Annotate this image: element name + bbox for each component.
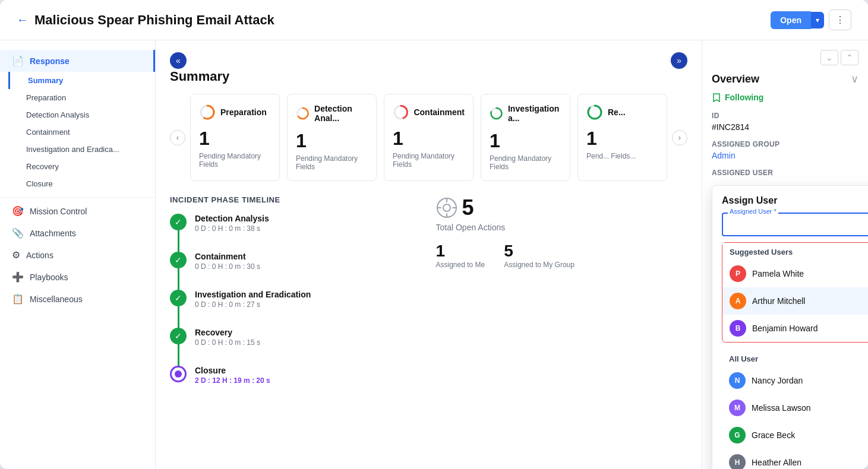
benjamin-avatar: B — [730, 320, 746, 337]
timeline-line-detection: ✓ — [170, 214, 187, 252]
assigned-group-field: Assigned Group Admin — [712, 140, 858, 160]
all-user-nancy[interactable]: N Nancy Jordan — [722, 367, 868, 394]
timeline-connector-4 — [178, 344, 179, 366]
all-users-header: All User — [722, 351, 868, 367]
content-area: « » Summary ‹ Preparation — [156, 40, 702, 469]
open-status-button[interactable]: Open — [771, 11, 811, 29]
nancy-name: Nancy Jordan — [752, 376, 803, 385]
cards-nav-prev[interactable]: ‹ — [170, 130, 185, 145]
nav-chevron-down[interactable]: ⌄ — [820, 50, 838, 65]
sidebar-item-attachments[interactable]: 📎 Attachments — [0, 222, 155, 244]
sidebar-sub-detection[interactable]: Detection Analysis — [0, 106, 155, 123]
sidebar-actions-label: Actions — [26, 251, 53, 260]
total-actions-count: 5 — [462, 195, 474, 220]
melissa-avatar: M — [729, 400, 746, 416]
sidebar-sub-closure[interactable]: Closure — [0, 175, 155, 192]
sidebar-sub-recovery[interactable]: Recovery — [0, 158, 155, 175]
suggested-user-pamela[interactable]: P Pamela White — [722, 260, 868, 287]
grace-avatar: G — [729, 427, 746, 443]
assigned-to-me-label: Assigned to Me — [436, 261, 485, 269]
timeline-content-detection: Detection Analysis 0 D : 0 H : 0 m : 38 … — [195, 214, 269, 247]
containment-status: Pending Mandatory Fields — [393, 152, 465, 169]
sidebar-sub-investigation[interactable]: Investigation and Eradica... — [0, 141, 155, 158]
sidebar-attachments-label: Attachments — [30, 229, 76, 238]
arthur-avatar: A — [730, 293, 746, 309]
assigned-group-value[interactable]: Admin — [712, 151, 858, 160]
svg-point-9 — [588, 106, 601, 119]
assign-modal-title: Assign User — [722, 195, 777, 206]
response-icon: 📄 — [12, 55, 24, 66]
assigned-group-label: Assigned Group — [712, 140, 858, 148]
cards-nav-next[interactable]: › — [672, 130, 687, 145]
timeline-time-recovery: 0 D : 0 H : 0 m : 15 s — [195, 338, 260, 347]
phase-card-header-containment: Containment — [393, 104, 465, 121]
all-user-melissa[interactable]: M Melissa Lawson — [722, 394, 868, 422]
timeline-line-investigation: ✓ — [170, 290, 187, 328]
phase-card-preparation[interactable]: Preparation 1 Pending Mandatory Fields — [190, 94, 280, 181]
overview-collapse-icon[interactable]: ∨ — [851, 72, 858, 85]
timeline-line-closure — [170, 366, 187, 382]
sidebar-item-response[interactable]: 📄 Response — [0, 50, 155, 72]
back-button[interactable]: ← — [17, 13, 29, 27]
mission-control-icon: 🎯 — [12, 205, 24, 217]
grace-name: Grace Beck — [752, 430, 795, 440]
sidebar-item-miscellaneous[interactable]: 📋 Miscellaneous — [0, 288, 155, 310]
timeline-time-investigation: 0 D : 0 H : 0 m : 27 s — [195, 300, 311, 309]
all-user-grace[interactable]: G Grace Beck — [722, 422, 868, 449]
investigation-ring-icon — [490, 105, 503, 122]
timeline-dot-recovery: ✓ — [170, 328, 187, 344]
timeline-item-detection: ✓ Detection Analysis 0 D : 0 H : 0 m : 3… — [170, 214, 422, 252]
assign-input-wrap: Assigned User * ▾ — [722, 213, 868, 236]
timeline-connector-2 — [178, 268, 179, 290]
recovery-ring-icon — [586, 104, 603, 121]
preparation-card-title: Preparation — [220, 107, 267, 117]
phase-card-header-detection: Detection Anal... — [296, 104, 368, 123]
following-button[interactable]: Following — [712, 93, 858, 102]
overview-title: Overview — [712, 73, 759, 85]
sidebar-item-response-label: Response — [30, 56, 70, 66]
sidebar-sub-containment[interactable]: Containment — [0, 123, 155, 141]
timeline-dot-closure — [170, 366, 187, 382]
suggested-users-header: Suggested Users — [722, 243, 868, 260]
phase-card-recovery[interactable]: Re... 1 Pend... Fields... — [577, 94, 667, 181]
sidebar-item-mission-control[interactable]: 🎯 Mission Control — [0, 200, 155, 222]
investigation-count: 1 — [490, 130, 561, 152]
id-value: #INC2814 — [712, 122, 858, 132]
all-user-heather[interactable]: H Heather Allen — [722, 449, 868, 469]
detection-ring-icon — [296, 105, 310, 122]
assign-modal-body: Assigned User * ▾ Suggested Users P Pame… — [712, 213, 868, 469]
more-options-button[interactable]: ⋮ — [829, 9, 851, 30]
phase-card-investigation[interactable]: Investigation a... 1 Pending Mandatory F… — [481, 94, 570, 181]
suggested-user-arthur[interactable]: A Arthur Mitchell — [722, 287, 868, 315]
nav-chevron-up[interactable]: ⌃ — [841, 50, 858, 65]
timeline-line-recovery: ✓ — [170, 328, 187, 366]
following-label: Following — [725, 93, 763, 102]
assign-user-input[interactable] — [722, 213, 868, 236]
sidebar-misc-label: Miscellaneous — [30, 294, 83, 304]
sidebar-sub-preparation[interactable]: Preparation — [0, 89, 155, 106]
miscellaneous-icon: 📋 — [12, 293, 24, 305]
id-label: ID — [712, 112, 858, 120]
sidebar-item-playbooks[interactable]: ➕ Playbooks — [0, 266, 155, 288]
phase-card-containment[interactable]: Containment 1 Pending Mandatory Fields — [384, 94, 474, 181]
actions-summary: 5 Total Open Actions 1 Assigned to Me 5 … — [436, 195, 688, 399]
sidebar-playbooks-label: Playbooks — [30, 272, 68, 282]
suggested-user-benjamin[interactable]: B Benjamin Howard — [722, 315, 868, 342]
right-panel: ⌄ ⌃ Overview ∨ Following ID #INC2814 Ass… — [702, 40, 868, 469]
timeline-label-containment: Containment — [195, 252, 260, 261]
all-users-section: All User N Nancy Jordan M Melissa Lawson… — [722, 348, 868, 469]
phase-nav-right-button[interactable]: » — [671, 52, 687, 69]
preparation-ring-icon — [199, 104, 216, 121]
phase-card-header-investigation: Investigation a... — [490, 104, 561, 123]
timeline-item-containment: ✓ Containment 0 D : 0 H : 0 m : 30 s — [170, 252, 422, 290]
phase-card-detection[interactable]: Detection Anal... 1 Pending Mandatory Fi… — [287, 94, 377, 181]
open-status-dropdown[interactable]: ▾ — [811, 12, 824, 28]
timeline-time-closure: 2 D : 12 H : 19 m : 20 s — [195, 376, 270, 385]
sidebar-sub-summary[interactable]: Summary — [8, 72, 155, 89]
pamela-avatar: P — [730, 265, 746, 282]
sidebar-item-actions[interactable]: ⚙ Actions — [0, 244, 155, 266]
phase-nav-left-button[interactable]: « — [170, 52, 187, 69]
assigned-user-field: Assigned User — [712, 169, 858, 177]
assigned-to-me-stat: 1 Assigned to Me — [436, 242, 485, 269]
assign-user-modal: Assign User × Assigned User * ▾ Suggeste… — [712, 185, 868, 469]
